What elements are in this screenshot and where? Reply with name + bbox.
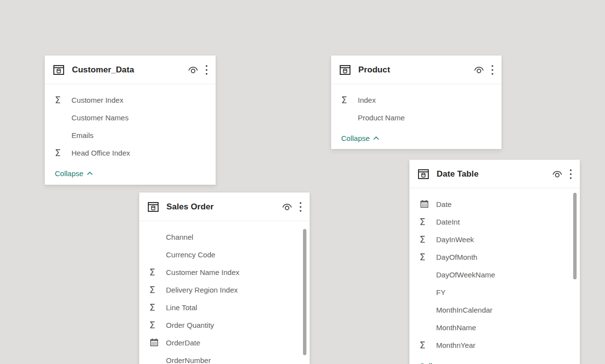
field-row[interactable]: Product Name — [331, 109, 501, 126]
field-name: DayOfWeekName — [436, 271, 495, 279]
field-list: Date Σ DateInt Σ DayInWeek Σ DayOfMonth … — [410, 188, 580, 354]
table-card-header[interactable]: Date Table — [410, 160, 580, 188]
field-name: FY — [436, 288, 445, 296]
field-name: Customer Name Index — [166, 268, 239, 276]
visibility-eye-icon[interactable] — [552, 170, 563, 179]
visibility-eye-icon[interactable] — [281, 203, 293, 211]
field-name: OrderNumber — [166, 356, 211, 364]
sum-sigma-icon: Σ — [341, 95, 358, 105]
field-name: DayInWeek — [436, 235, 474, 244]
vertical-scrollbar-thumb[interactable] — [573, 193, 577, 279]
field-row[interactable]: Σ Index — [331, 91, 501, 109]
table-icon — [417, 167, 430, 181]
field-row[interactable]: Σ Order Quantity — [140, 316, 309, 334]
sum-sigma-icon: Σ — [149, 268, 166, 277]
field-row[interactable]: Σ Head Office Index — [45, 144, 215, 161]
collapse-link[interactable]: Collapse — [55, 169, 93, 178]
field-row[interactable]: OrderNumber — [140, 351, 309, 364]
visibility-eye-icon[interactable] — [187, 66, 199, 74]
calendar-icon — [419, 199, 436, 209]
field-name: Order Quantity — [166, 321, 214, 329]
field-name: Customer Index — [71, 96, 123, 104]
field-name: Currency Code — [166, 250, 215, 259]
field-name: Emails — [71, 131, 93, 139]
field-name: Head Office Index — [71, 149, 130, 157]
sum-sigma-icon: Σ — [149, 285, 166, 295]
more-options-icon[interactable] — [300, 202, 302, 212]
field-row[interactable]: Σ Customer Index — [45, 91, 215, 109]
sum-sigma-icon: Σ — [55, 148, 71, 158]
collapse-label: Collapse — [419, 362, 448, 364]
field-row[interactable]: Σ DayInWeek — [410, 230, 580, 248]
table-icon — [146, 200, 160, 214]
field-name: Delivery Region Index — [166, 286, 238, 294]
field-name: Line Total — [166, 303, 197, 312]
field-row[interactable]: Σ DayOfMonth — [410, 248, 580, 266]
field-row[interactable]: Σ Customer Name Index — [140, 263, 309, 281]
collapse-link[interactable]: Collapse — [341, 134, 379, 142]
table-title: Customer_Data — [72, 65, 134, 75]
table-card-header[interactable]: Sales Order — [140, 193, 309, 221]
table-card-date-table[interactable]: Date Table Date — [409, 159, 580, 364]
sum-sigma-icon: Σ — [419, 235, 436, 244]
sum-sigma-icon: Σ — [419, 217, 436, 227]
visibility-eye-icon[interactable] — [473, 66, 485, 74]
field-name: OrderDate — [166, 339, 200, 347]
sum-sigma-icon: Σ — [55, 95, 71, 105]
table-card-header[interactable]: Customer_Data — [45, 56, 215, 84]
field-row[interactable]: Σ DateInt — [410, 213, 580, 230]
field-list: Σ Customer Index Customer Names Emails Σ… — [45, 84, 215, 161]
chevron-up-icon — [87, 171, 93, 176]
field-name: MonthInCalendar — [436, 306, 492, 314]
table-title: Product — [358, 65, 390, 75]
collapse-row: Collapse — [410, 357, 580, 364]
sum-sigma-icon: Σ — [419, 341, 436, 350]
field-row[interactable]: Currency Code — [140, 246, 309, 263]
vertical-scrollbar-thumb[interactable] — [303, 229, 306, 355]
field-row[interactable]: DayOfWeekName — [410, 266, 580, 283]
collapse-row: Collapse — [331, 129, 501, 147]
collapse-link[interactable]: Collapse — [419, 362, 458, 364]
field-row[interactable]: Σ Line Total — [140, 298, 309, 316]
field-name: Index — [358, 96, 376, 104]
calendar-icon — [149, 338, 166, 347]
field-name: DateInt — [436, 218, 460, 226]
field-row[interactable]: Emails — [45, 126, 215, 144]
field-name: Channel — [166, 233, 193, 241]
field-name: Product Name — [358, 114, 405, 122]
sum-sigma-icon: Σ — [419, 252, 436, 262]
field-name: MonthnYear — [436, 341, 475, 349]
table-icon — [338, 63, 352, 77]
chevron-up-icon — [373, 136, 379, 140]
field-row[interactable]: OrderDate — [140, 334, 309, 351]
field-row[interactable]: Σ Delivery Region Index — [140, 281, 309, 298]
field-name: DayOfMonth — [436, 253, 477, 261]
field-row[interactable]: FY — [410, 283, 580, 301]
table-icon — [52, 63, 66, 77]
field-row[interactable]: Customer Names — [45, 109, 215, 126]
field-list: Channel Currency Code Σ Customer Name In… — [140, 221, 309, 364]
field-row[interactable]: Channel — [140, 228, 309, 246]
more-options-icon[interactable] — [206, 65, 208, 75]
sum-sigma-icon: Σ — [149, 303, 166, 312]
field-row[interactable]: MonthInCalendar — [410, 301, 580, 318]
collapse-label: Collapse — [341, 134, 370, 142]
table-card-product[interactable]: Product Σ Index — [331, 55, 502, 149]
table-card-header[interactable]: Product — [331, 56, 501, 84]
model-view-canvas: Customer_Data Σ Custome — [0, 0, 605, 364]
field-row[interactable]: Date — [410, 195, 580, 213]
field-row[interactable]: MonthName — [410, 318, 580, 336]
table-card-customer-data[interactable]: Customer_Data Σ Custome — [45, 55, 216, 185]
table-title: Sales Order — [166, 202, 214, 212]
table-card-sales-order[interactable]: Sales Order Channel — [139, 192, 310, 364]
field-name: Date — [436, 200, 452, 208]
field-name: Customer Names — [71, 114, 129, 122]
table-title: Date Table — [437, 169, 479, 179]
field-row[interactable]: Σ MonthnYear — [410, 336, 580, 354]
field-list: Σ Index Product Name — [331, 84, 501, 126]
more-options-icon[interactable] — [491, 65, 493, 75]
collapse-row: Collapse — [45, 164, 215, 182]
collapse-label: Collapse — [55, 169, 83, 178]
more-options-icon[interactable] — [570, 169, 572, 180]
sum-sigma-icon: Σ — [149, 320, 166, 330]
